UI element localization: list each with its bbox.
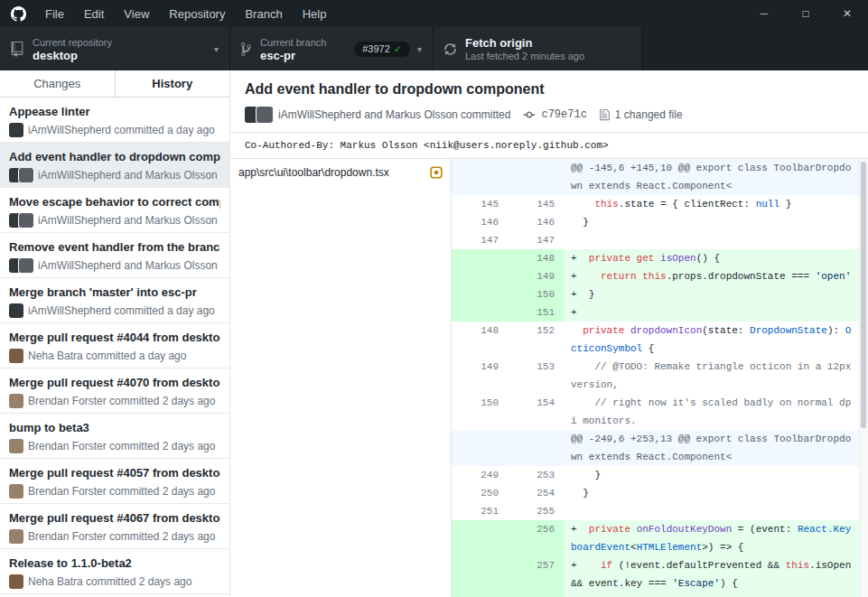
old-line-number: 148 xyxy=(452,322,508,358)
commit-header: Add event handler to dropdown component … xyxy=(230,70,868,133)
avatar xyxy=(9,123,23,137)
tab-changes[interactable]: Changes xyxy=(0,70,115,97)
github-logo-icon xyxy=(11,6,26,22)
commit-list-item[interactable]: Merge pull request #4067 from desktop/…B… xyxy=(0,504,229,549)
new-line-number: 253 xyxy=(508,466,564,484)
current-branch-button[interactable]: Current branch esc-pr #3972 ✓ ▾ xyxy=(230,27,434,70)
menu-branch[interactable]: Branch xyxy=(235,0,292,27)
diff-rows: @@ -145,6 +145,10 @@ export class Toolba… xyxy=(452,159,859,597)
fetch-origin-label: Fetch origin xyxy=(465,36,630,50)
diff-line-content: + return this.props.dropdownState === 'o… xyxy=(564,267,859,285)
avatar-stack xyxy=(9,484,23,499)
avatar-stack xyxy=(9,574,23,589)
menu-view[interactable]: View xyxy=(114,0,159,27)
new-line-number xyxy=(508,159,564,195)
new-line-number: 146 xyxy=(508,213,564,231)
commit-list-item[interactable]: Merge branch 'master' into esc-priAmWill… xyxy=(0,278,229,323)
commit-item-title: Merge pull request #4044 from desktop/… xyxy=(9,331,220,344)
current-repository-button[interactable]: Current repository desktop ▾ xyxy=(0,27,230,70)
commit-list-item[interactable]: Merge pull request #4070 from desktop/…B… xyxy=(0,368,229,414)
toolbar: Current repository desktop ▾ Current bra… xyxy=(0,27,868,70)
old-line-number xyxy=(452,285,508,303)
avatar-stack xyxy=(9,349,23,363)
avatar xyxy=(9,529,23,544)
scrollbar-thumb[interactable] xyxy=(861,162,866,428)
sidebar: ChangesHistory Appease linteriAmWillShep… xyxy=(0,70,230,597)
commit-item-title: Add event handler to dropdown compon… xyxy=(9,150,220,163)
avatar xyxy=(19,213,33,228)
diff-line-row: 256+ private onFoldoutKeyDown = (event: … xyxy=(452,520,859,556)
old-line-number xyxy=(452,267,508,285)
modified-status-icon xyxy=(430,166,443,179)
github-desktop-window: FileEditViewRepositoryBranchHelp ─ □ ✕ C… xyxy=(0,0,868,597)
old-line-number xyxy=(452,430,508,466)
new-line-number: 149 xyxy=(508,267,564,285)
commit-list-item[interactable]: Move escape behavior to correct compo…iA… xyxy=(0,188,229,233)
diff-line-content: // @TODO: Remake triangle octicon in a 1… xyxy=(564,358,859,394)
diff-line-content: + private get isOpen() { xyxy=(564,249,859,267)
old-line-number: 251 xyxy=(452,502,508,520)
avatar xyxy=(9,574,23,589)
commit-list-item[interactable]: bump to beta3Brendan Forster committed 2… xyxy=(0,414,229,459)
new-line-number: 153 xyxy=(508,358,564,394)
commit-item-byline: iAmWillShepherd committed a day ago xyxy=(28,304,215,317)
diff-line-row: 151+ xyxy=(452,303,859,322)
file-list-item[interactable]: app\src\ui\toolbar\dropdown.tsx xyxy=(230,159,451,185)
sidebar-tabs: ChangesHistory xyxy=(0,70,229,98)
commit-item-title: Release to 1.1.0-beta2 xyxy=(9,556,220,570)
minimize-button[interactable]: ─ xyxy=(743,0,785,27)
old-line-number: 145 xyxy=(452,195,508,213)
diff-line-content xyxy=(564,231,859,249)
menu-edit[interactable]: Edit xyxy=(74,0,114,27)
new-line-number: 258 xyxy=(508,592,564,597)
menu-file[interactable]: File xyxy=(35,0,74,27)
avatar xyxy=(9,394,23,408)
commit-item-meta: iAmWillShepherd and Markus Olsson co… xyxy=(9,168,220,182)
menu-help[interactable]: Help xyxy=(293,0,337,27)
commit-item-meta: Brendan Forster committed 2 days ago xyxy=(9,439,220,453)
current-branch-label: Current branch xyxy=(260,36,347,49)
avatar xyxy=(9,349,23,363)
avatar xyxy=(9,303,23,318)
old-line-number: 150 xyxy=(452,394,508,430)
old-line-number: 249 xyxy=(452,466,508,484)
commit-list-item[interactable]: Merge pull request #4057 from desktop/…B… xyxy=(0,459,229,504)
diff-line-row: 250254 } xyxy=(452,484,859,502)
diff-line-content xyxy=(564,502,859,520)
maximize-button[interactable]: □ xyxy=(785,0,826,27)
diff-line-content: + } xyxy=(564,285,859,303)
commit-list-item[interactable]: Release to 1.1.0-beta2Neha Batra committ… xyxy=(0,549,229,594)
diff-line-row: 149+ return this.props.dropdownState ===… xyxy=(452,267,859,285)
old-line-number: 147 xyxy=(452,231,508,249)
tab-history[interactable]: History xyxy=(115,70,230,97)
fetch-origin-button[interactable]: Fetch origin Last fetched 2 minutes ago xyxy=(434,27,642,70)
avatar xyxy=(257,107,273,123)
avatar xyxy=(9,439,23,453)
chevron-down-icon: ▾ xyxy=(417,44,422,54)
close-button[interactable]: ✕ xyxy=(826,0,868,27)
diff-line-content: + if (!event.defaultPrevented && this.is… xyxy=(564,556,859,592)
diff-line-row: 148+ private get isOpen() { xyxy=(452,249,859,267)
diff-line-content: } xyxy=(564,466,859,484)
diff-hunk-row: @@ -145,6 +145,10 @@ export class Toolba… xyxy=(452,159,859,195)
chevron-down-icon: ▾ xyxy=(214,44,219,54)
avatar-stack xyxy=(9,529,23,544)
commit-list-item[interactable]: Appease linteriAmWillShepherd committed … xyxy=(0,98,229,143)
new-line-number: 147 xyxy=(508,231,564,249)
commit-list-item[interactable]: Merge pull request #4044 from desktop/…N… xyxy=(0,323,229,368)
ci-status-check-icon: ✓ xyxy=(394,43,402,55)
commit-item-title: Merge pull request #4067 from desktop/… xyxy=(9,511,220,525)
diff-line-row: 258+ event.preventDefault() xyxy=(452,592,859,597)
diff-scrollbar[interactable] xyxy=(859,159,868,597)
commit-list-item[interactable]: Add event handler to dropdown compon…iAm… xyxy=(0,143,229,188)
menu-repository[interactable]: Repository xyxy=(159,0,235,27)
commit-list-item[interactable]: Remove event handler from the branches…i… xyxy=(0,233,229,278)
commit-item-byline: iAmWillShepherd and Markus Olsson co… xyxy=(38,214,220,227)
commit-item-meta: Neha Batra committed 2 days ago xyxy=(9,574,220,589)
commit-item-meta: Brendan Forster committed 2 days ago xyxy=(9,394,220,408)
old-line-number xyxy=(452,159,508,195)
commit-description: Co-Authored-By: Markus Olsson <niik@user… xyxy=(230,133,868,159)
commit-item-byline: iAmWillShepherd and Markus Olsson co… xyxy=(38,169,220,182)
window-controls: ─ □ ✕ xyxy=(743,0,868,27)
commit-list: Appease linteriAmWillShepherd committed … xyxy=(0,98,229,597)
